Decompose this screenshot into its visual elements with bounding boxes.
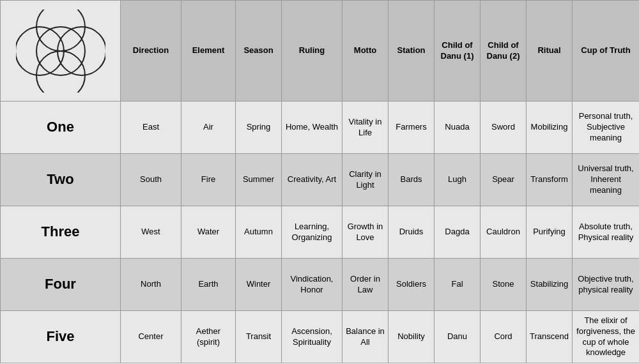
cell-station: Druids bbox=[389, 206, 435, 259]
cell-season: Spring bbox=[236, 102, 282, 154]
cell-cup: Universal truth, Inherent meaning bbox=[573, 154, 640, 206]
cell-danu1: Fal bbox=[435, 259, 481, 311]
cell-danu2: Sword bbox=[481, 102, 527, 154]
svg-point-1 bbox=[36, 10, 85, 51]
cell-motto: Clarity in Light bbox=[343, 154, 389, 206]
row-label: Two bbox=[1, 154, 121, 206]
header-station: Station bbox=[389, 1, 435, 102]
cell-cup: Personal truth, Subjective meaning bbox=[573, 102, 640, 154]
header-cup-of-truth: Cup of Truth bbox=[573, 1, 640, 102]
cell-direction: East bbox=[121, 102, 181, 154]
logo-icon bbox=[16, 10, 105, 93]
cell-station: Nobility bbox=[389, 311, 435, 363]
cell-motto: Growth in Love bbox=[343, 206, 389, 259]
cell-ritual: Mobilizing bbox=[527, 102, 573, 154]
cell-danu1: Nuada bbox=[435, 102, 481, 154]
cell-station: Farmers bbox=[389, 102, 435, 154]
cell-element: Water bbox=[181, 206, 236, 259]
header-child-danu1: Child of Danu (1) bbox=[435, 1, 481, 102]
table-row: TwoSouthFireSummerCreativity, ArtClarity… bbox=[1, 154, 640, 206]
header-ruling: Ruling bbox=[282, 1, 343, 102]
cell-ritual: Purifying bbox=[527, 206, 573, 259]
cell-ruling: Learning, Organizing bbox=[282, 206, 343, 259]
cell-danu2: Stone bbox=[481, 259, 527, 311]
cell-direction: South bbox=[121, 154, 181, 206]
cell-motto: Vitality in Life bbox=[343, 102, 389, 154]
table-row: FourNorthEarthWinterVindication, HonorOr… bbox=[1, 259, 640, 311]
cell-ritual: Transcend bbox=[527, 311, 573, 363]
header-direction: Direction bbox=[121, 1, 181, 102]
cell-direction: West bbox=[121, 206, 181, 259]
cell-danu1: Lugh bbox=[435, 154, 481, 206]
header-motto: Motto bbox=[343, 1, 389, 102]
cell-element: Fire bbox=[181, 154, 236, 206]
cell-station: Bards bbox=[389, 154, 435, 206]
cell-ruling: Creativity, Art bbox=[282, 154, 343, 206]
cell-danu1: Dagda bbox=[435, 206, 481, 259]
header-child-danu2: Child of Danu (2) bbox=[481, 1, 527, 102]
table-row: FiveCenterAether (spirit)TransitAscensio… bbox=[1, 311, 640, 363]
cell-cup: Absolute truth, Physical reality bbox=[573, 206, 640, 259]
header-season: Season bbox=[236, 1, 282, 102]
row-label: One bbox=[1, 102, 121, 154]
svg-point-2 bbox=[36, 51, 85, 93]
cell-element: Aether (spirit) bbox=[181, 311, 236, 363]
cell-motto: Balance in All bbox=[343, 311, 389, 363]
cell-season: Autumn bbox=[236, 206, 282, 259]
cell-element: Earth bbox=[181, 259, 236, 311]
cell-danu2: Cord bbox=[481, 311, 527, 363]
cell-motto: Order in Law bbox=[343, 259, 389, 311]
cell-element: Air bbox=[181, 102, 236, 154]
header-ritual: Ritual bbox=[527, 1, 573, 102]
cell-station: Soldiers bbox=[389, 259, 435, 311]
cell-ruling: Home, Wealth bbox=[282, 102, 343, 154]
cell-danu1: Danu bbox=[435, 311, 481, 363]
cell-ruling: Vindication, Honor bbox=[282, 259, 343, 311]
cell-direction: North bbox=[121, 259, 181, 311]
cell-ritual: Transform bbox=[527, 154, 573, 206]
cell-season: Summer bbox=[236, 154, 282, 206]
table-row: ThreeWestWaterAutumnLearning, Organizing… bbox=[1, 206, 640, 259]
row-label: Five bbox=[1, 311, 121, 363]
cell-ruling: Ascension, Spirituality bbox=[282, 311, 343, 363]
header-element: Element bbox=[181, 1, 236, 102]
cell-ritual: Stabilizing bbox=[527, 259, 573, 311]
table-row: OneEastAirSpringHome, WealthVitality in … bbox=[1, 102, 640, 154]
cell-cup: The elixir of forgiveness, the cup of wh… bbox=[573, 311, 640, 363]
cell-danu2: Spear bbox=[481, 154, 527, 206]
cell-direction: Center bbox=[121, 311, 181, 363]
row-label: Three bbox=[1, 206, 121, 259]
logo-cell bbox=[1, 1, 121, 102]
row-label: Four bbox=[1, 259, 121, 311]
cell-season: Winter bbox=[236, 259, 282, 311]
cell-season: Transit bbox=[236, 311, 282, 363]
cell-danu2: Cauldron bbox=[481, 206, 527, 259]
cell-cup: Objective truth, physical reality bbox=[573, 259, 640, 311]
